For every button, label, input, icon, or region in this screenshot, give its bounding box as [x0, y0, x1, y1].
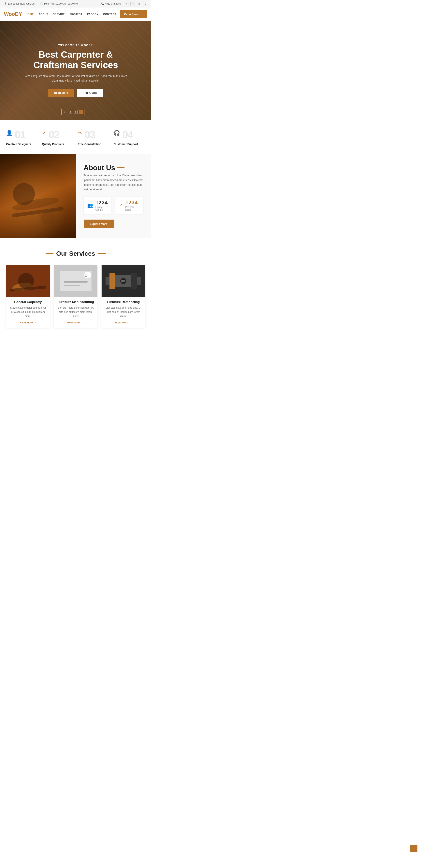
quality-products-icon: ✓	[42, 130, 46, 136]
free-consultation-icon: ✂	[78, 130, 82, 136]
svg-point-4	[41, 211, 55, 225]
projects-label: Projects Done	[125, 206, 140, 211]
hero-free-quote-button[interactable]: Free Quote	[77, 89, 103, 97]
hero-subtitle: WELCOME TO WOODY	[23, 44, 129, 46]
hero-buttons: Read More Free Quote	[23, 89, 129, 97]
hero-dot-3[interactable]	[79, 110, 83, 114]
about-title: About Us	[84, 164, 143, 172]
about-title-line	[118, 167, 125, 168]
nav-about[interactable]: ABOUT	[38, 13, 48, 16]
hero-section: WELCOME TO WOODY Best Carpenter & Crafts…	[0, 21, 151, 120]
svg-point-8	[18, 273, 34, 289]
logo-dy: DY	[15, 11, 22, 17]
service-title-3: Furniture Remodeling	[104, 300, 142, 304]
nav-contact[interactable]: CONTACT	[103, 13, 116, 16]
top-bar-right: 📞 +012 345 6789 f 𝕏 in ⊙	[101, 2, 148, 6]
clients-number: 1234	[96, 199, 108, 206]
svg-point-13	[84, 272, 91, 279]
nav-service[interactable]: SERVICE	[53, 13, 65, 16]
service-body-2: Furniture Manufacturing Stet stet justo …	[54, 297, 98, 328]
hero-dot-2[interactable]	[74, 110, 77, 114]
top-bar-left: 📍 123 Street, New York, USA 🕐 Mon - Fri …	[4, 2, 78, 5]
arrow-icon: →	[34, 321, 36, 324]
hours-info: 🕐 Mon - Fri : 09.00 AM - 09.00 PM	[40, 2, 78, 5]
service-image-2	[54, 265, 98, 297]
stat-happy-clients: 👥 1234 Happy Clients	[84, 197, 112, 214]
hero-next-button[interactable]: ›	[84, 109, 90, 115]
feature-header-2: ✓ 02	[42, 129, 59, 140]
feature-num-3: 03	[85, 129, 95, 140]
arrow-icon-2: →	[82, 321, 84, 324]
svg-rect-12	[64, 285, 79, 286]
feature-header-1: 👤 01	[6, 129, 26, 140]
get-quote-button[interactable]: Get A Quote →	[120, 10, 148, 18]
feature-free-consultation: ✂ 03 Free Consultation	[78, 129, 109, 146]
hero-prev-button[interactable]: ‹	[61, 109, 67, 115]
service-card-1: General Carpentry Stet stet justo dolor …	[6, 265, 50, 328]
service-read-more-3[interactable]: Read More →	[104, 321, 142, 324]
linkedin-icon[interactable]: in	[137, 2, 141, 6]
svg-rect-22	[121, 280, 125, 282]
site-logo: WooDY	[4, 11, 22, 17]
service-read-more-1[interactable]: Read More →	[9, 321, 47, 324]
service-card-3: Furniture Remodeling Stet stet justo dol…	[101, 265, 145, 328]
phone-icon: 📞	[101, 2, 104, 5]
service-desc-1: Stet stet justo dolor sed duo. Ut clita …	[9, 306, 47, 318]
clients-icon: 👥	[87, 203, 93, 208]
creative-designers-icon: 👤	[6, 130, 12, 136]
twitter-icon[interactable]: 𝕏	[130, 2, 135, 6]
about-content: About Us Tempor erat elitr rebum at clit…	[76, 154, 152, 238]
feature-creative-designers: 👤 01 Creative Designers	[6, 129, 38, 146]
explore-more-button[interactable]: Explore More	[84, 220, 114, 228]
service-body-1: General Carpentry Stet stet justo dolor …	[6, 297, 50, 328]
facebook-icon[interactable]: f	[124, 2, 128, 6]
chevron-down-icon: ▾	[97, 13, 98, 16]
service-image-3	[101, 265, 145, 297]
instagram-icon[interactable]: ⊙	[143, 2, 148, 6]
clients-label: Happy Clients	[96, 206, 108, 211]
title-line-right	[98, 253, 106, 254]
arrow-icon-3: →	[129, 321, 132, 324]
service-desc-2: Stet stet justo dolor sed duo. Ut clita …	[57, 306, 95, 318]
phone-text: +012 345 6789	[105, 2, 121, 5]
services-grid: General Carpentry Stet stet justo dolor …	[6, 265, 145, 328]
arrow-right-icon: →	[140, 13, 143, 16]
clock-icon: 🕐	[40, 2, 43, 5]
customer-support-icon: 🎧	[114, 130, 120, 136]
service-read-more-2[interactable]: Read More →	[57, 321, 95, 324]
service-body-3: Furniture Remodeling Stet stet justo dol…	[101, 297, 145, 328]
service-title-1: General Carpentry	[9, 300, 47, 304]
nav-project[interactable]: PROJECT	[69, 13, 82, 16]
projects-number: 1234	[125, 199, 140, 206]
stat-projects-done: ✓ 1234 Projects Done	[116, 197, 143, 214]
services-section: Our Services General Carpentry Stet stet…	[0, 238, 151, 339]
about-section: About Us Tempor erat elitr rebum at clit…	[0, 154, 151, 238]
hero-navigation: ‹ ›	[61, 109, 90, 115]
hero-read-more-button[interactable]: Read More	[48, 89, 74, 97]
feature-quality-products: ✓ 02 Quality Products	[42, 129, 73, 146]
feature-customer-support: 🎧 04 Customer Support	[114, 129, 145, 146]
stat-projects-info: 1234 Projects Done	[125, 199, 140, 211]
service-image-1	[6, 265, 50, 297]
feature-num-1: 01	[15, 129, 26, 140]
hero-title: Best Carpenter & Craftsman Services	[23, 49, 129, 70]
hero-content: WELCOME TO WOODY Best Carpenter & Crafts…	[14, 44, 137, 97]
navbar: WooDY HOME ABOUT SERVICE PROJECT PAGES ▾…	[0, 7, 151, 21]
stat-clients-info: 1234 Happy Clients	[96, 199, 108, 211]
svg-rect-15	[85, 276, 87, 277]
hero-dot-1[interactable]	[69, 110, 72, 114]
location-icon: 📍	[4, 2, 7, 5]
about-stats: 👥 1234 Happy Clients ✓ 1234 Projects Don…	[84, 197, 143, 214]
hours-text: Mon - Fri : 09.00 AM - 09.00 PM	[44, 2, 78, 5]
svg-rect-19	[109, 273, 116, 289]
nav-pages[interactable]: PAGES ▾	[87, 13, 98, 16]
feature-header-3: ✂ 03	[78, 129, 95, 140]
projects-icon: ✓	[119, 203, 123, 208]
social-icons: f 𝕏 in ⊙	[124, 2, 148, 6]
feature-label-support: Customer Support	[114, 143, 138, 146]
nav-home[interactable]: HOME	[26, 13, 34, 16]
logo-wo: Woo	[4, 11, 15, 17]
service-desc-3: Stet stet justo dolor sed duo. Ut clita …	[104, 306, 142, 318]
svg-rect-20	[131, 273, 137, 289]
feature-num-2: 02	[49, 129, 59, 140]
